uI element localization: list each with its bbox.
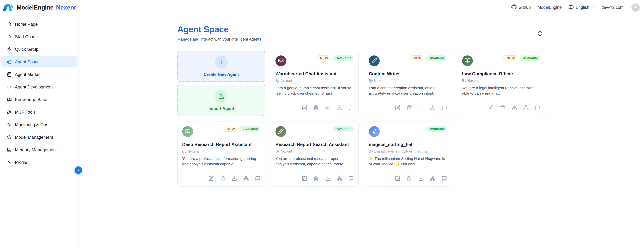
sidebar-item-agent-market[interactable]: Agent Market [1,69,77,80]
chat-icon [442,176,447,182]
book-icon [7,97,12,102]
sidebar-item-monitoring-ops[interactable]: Monitoring & Ops [1,119,77,130]
delete-button[interactable] [406,105,412,111]
export-button[interactable] [325,105,330,111]
delete-icon [406,105,412,111]
agent-card-actions [462,101,540,111]
puzzle-icon [7,110,12,114]
export-button[interactable] [325,176,330,182]
activity-icon [7,122,12,127]
hierarchy-button[interactable] [337,105,342,111]
sidebar-item-label: Agent Development [15,84,53,90]
agent-avatar [462,55,473,66]
sidebar-item-model-management[interactable]: Model Management [1,132,77,143]
edit-button[interactable] [208,176,214,182]
edit-button[interactable] [302,105,307,111]
agent-name: Research Report Search Assistant [276,142,354,147]
github-link[interactable]: Github [511,4,531,11]
delete-button[interactable] [500,105,505,111]
modelengine-logo-icon [2,3,14,12]
upload-icon [215,90,228,103]
hierarchy-icon [337,105,342,111]
agent-avatar [369,126,380,137]
sidebar-item-agent-development[interactable]: Agent Development [1,81,77,93]
sidebar-item-profile[interactable]: Profile [1,157,77,168]
delete-icon [500,105,505,111]
agent-name: Deep Research Report Assistant [182,142,260,147]
agent-author: By zhangyixuan_runbbit@sjtu.edu.cn [369,149,447,153]
sidebar-item-label: Home Page [15,22,38,27]
agent-author: By Nexent [182,149,260,153]
modelengine-link[interactable]: ModelEngine [538,5,562,10]
export-button[interactable] [418,176,424,182]
hierarchy-button[interactable] [430,105,435,111]
sidebar-item-memory-management[interactable]: Memory Management [1,144,77,155]
agent-author: By Nexent [462,79,540,83]
agent-description: You are a legal intelligent retrieval as… [462,85,540,96]
chat-icon [442,105,447,111]
hierarchy-button[interactable] [243,176,249,182]
import-agent-card[interactable]: Import Agent [178,85,266,116]
edit-button[interactable] [302,176,307,182]
edit-icon [208,176,214,182]
hierarchy-button[interactable] [337,176,342,182]
chat-button[interactable] [255,176,260,182]
agent-author: By Nexent [276,79,354,83]
chat-button[interactable] [535,105,540,111]
sidebar-collapse-button[interactable] [74,166,82,174]
hierarchy-button[interactable] [430,176,435,182]
plus-icon [215,55,228,68]
github-label: Github [518,5,531,10]
delete-button[interactable] [314,176,319,182]
edit-button[interactable] [395,105,400,111]
product-name: Nexent [56,4,76,11]
agent-card: NEW Available Content Writer By Nexent I… [364,51,452,116]
delete-button[interactable] [314,105,319,111]
book-icon [185,128,190,135]
edit-icon [302,105,307,111]
language-selector[interactable]: English [568,4,594,11]
agent-card: NEW Available Warmhearted Chat Assistant… [271,51,359,116]
export-button[interactable] [232,176,237,182]
globe-icon [568,4,574,11]
sidebar-item-label: Memory Management [15,147,57,152]
sidebar-item-label: Quick Setup [15,47,38,52]
refresh-button[interactable] [537,31,543,37]
sidebar-item-quick-setup[interactable]: Quick Setup [1,44,77,55]
export-button[interactable] [512,105,517,111]
sidebar-item-start-chat[interactable]: Start Chat [1,31,77,42]
sidebar-item-label: Agent Space [15,59,40,64]
chat-icon [348,176,354,182]
delete-button[interactable] [220,176,226,182]
zap-icon [7,47,12,52]
database-icon [7,148,12,152]
export-icon [512,105,517,111]
chat-button[interactable] [348,105,354,111]
agent-avatar [276,126,286,137]
user-avatar[interactable] [632,3,640,12]
app-logo[interactable]: ModelEngine Nexent [2,3,76,12]
available-badge: Available [333,55,354,61]
sidebar-item-knowledge-base[interactable]: Knowledge Base [1,94,77,105]
sidebar-item-home-page[interactable]: Home Page [1,19,77,30]
available-badge: Available [426,55,447,61]
chat-button[interactable] [442,176,447,182]
sidebar-item-mcp-tools[interactable]: MCP Tools [1,107,77,118]
edit-button[interactable] [395,176,400,182]
new-badge: NEW [410,55,424,61]
sidebar-item-agent-space[interactable]: Agent Space [1,56,77,67]
home-icon [7,22,12,26]
agent-name: Warmhearted Chat Assistant [276,71,354,76]
edit-button[interactable] [488,105,494,111]
export-button[interactable] [418,105,424,111]
delete-button[interactable] [406,176,412,182]
user-email: dev@2.com [602,5,624,10]
sidebar-item-label: Model Management [15,135,53,140]
chat-button[interactable] [442,105,447,111]
create-new-agent-card[interactable]: Create New Agent [178,51,266,82]
chat-button[interactable] [348,176,354,182]
user-icon [633,5,638,10]
agent-card: Available magical_sorting_hat By zhangyi… [364,121,452,187]
agent-description: You are a professional research report a… [276,156,354,167]
hierarchy-button[interactable] [523,105,529,111]
